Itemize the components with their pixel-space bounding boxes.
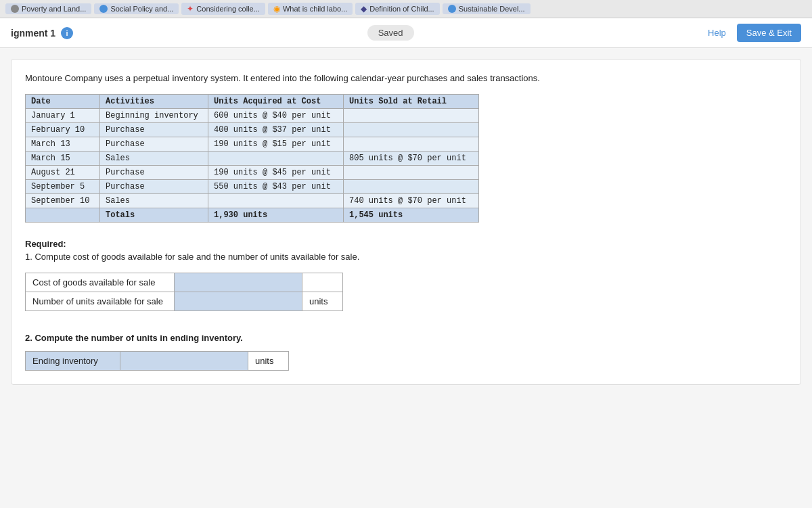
table-row: September 10Sales740 units @ $70 per uni… [26, 194, 479, 208]
table-cell: August 21 [26, 166, 100, 180]
col-header-activities: Activities [100, 95, 208, 109]
q1-text: 1. Compute cost of goods available for s… [25, 252, 787, 262]
cost-label: Cost of goods available for sale [26, 273, 175, 292]
tab-icon-3: ✦ [187, 4, 194, 14]
table-cell: Sales [100, 152, 208, 166]
browser-tab-3[interactable]: ✦ Considering colle... [181, 3, 265, 15]
table-cell [26, 208, 100, 223]
header-left: ignment 1 i [11, 27, 73, 39]
table-cell: 190 units @ $15 per unit [208, 137, 344, 152]
browser-tab-4[interactable]: ◉ What is child labo... [268, 3, 353, 15]
saved-status: Saved [367, 28, 414, 38]
tab-icon-5: ◆ [361, 4, 367, 14]
saved-badge: Saved [367, 25, 414, 41]
ending-label: Ending inventory [26, 352, 120, 371]
col-header-units-acquired: Units Acquired at Cost [208, 95, 344, 109]
table-row: August 21Purchase190 units @ $45 per uni… [26, 166, 479, 180]
q2-text: 2. Compute the number of units in ending… [25, 333, 787, 343]
tab-icon-4: ◉ [273, 4, 280, 14]
table-cell: Totals [100, 208, 208, 223]
table-cell: September 10 [26, 194, 100, 208]
table-cell: 400 units @ $37 per unit [208, 123, 344, 137]
browser-tab-5[interactable]: ◆ Definition of Child... [355, 3, 439, 15]
table-cell [208, 194, 344, 208]
ending-input-cell[interactable] [120, 352, 248, 371]
table-cell: 1,930 units [208, 208, 344, 223]
table-cell: 805 units @ $70 per unit [344, 152, 479, 166]
table-cell: February 10 [26, 123, 100, 137]
table-cell: September 5 [26, 180, 100, 194]
col-header-units-sold: Units Sold at Retail [344, 95, 479, 109]
table-cell: Purchase [100, 123, 208, 137]
units-suffix: units [302, 292, 343, 311]
browser-tab-1[interactable]: Poverty and Land... [5, 3, 91, 14]
tab-label-3: Considering colle... [196, 5, 260, 13]
table-row: Number of units available for sale units [26, 292, 343, 311]
tab-label-1: Poverty and Land... [22, 5, 86, 13]
table-row: January 1Beginning inventory600 units @ … [26, 109, 479, 123]
table-cell: 1,545 units [344, 208, 479, 223]
table-cell: January 1 [26, 109, 100, 123]
header-bar: ignment 1 i Saved Help Save & Exit [0, 18, 812, 48]
save-exit-button[interactable]: Save & Exit [737, 24, 801, 42]
cost-input[interactable] [181, 277, 295, 287]
info-icon[interactable]: i [61, 27, 73, 39]
table-cell: 600 units @ $40 per unit [208, 109, 344, 123]
table-row: March 13Purchase190 units @ $15 per unit [26, 137, 479, 152]
table-cell: 550 units @ $43 per unit [208, 180, 344, 194]
main-content: Montoure Company uses a perpetual invent… [11, 59, 801, 385]
browser-tab-2[interactable]: Social Policy and... [94, 3, 179, 14]
table-cell [344, 109, 479, 123]
ending-suffix: units [248, 352, 289, 371]
assignment-title: ignment 1 [11, 28, 55, 39]
table-row: Ending inventory units [26, 352, 289, 371]
table-cell: Purchase [100, 180, 208, 194]
units-label: Number of units available for sale [26, 292, 175, 311]
ending-input[interactable] [127, 356, 241, 366]
units-input[interactable] [181, 296, 295, 306]
tab-label-5: Definition of Child... [369, 5, 434, 13]
table-cell: March 13 [26, 137, 100, 152]
table-cell: Purchase [100, 166, 208, 180]
units-input-cell[interactable] [175, 292, 302, 311]
tab-label-4: What is child labo... [283, 5, 347, 13]
required-section: Required: 1. Compute cost of goods avail… [25, 239, 787, 371]
table-cell [344, 123, 479, 137]
tab-label-6: Sustainable Devel... [459, 5, 525, 13]
table-row: September 5Purchase550 units @ $43 per u… [26, 180, 479, 194]
tab-icon-6 [448, 5, 456, 13]
table-row: Totals1,930 units1,545 units [26, 208, 479, 223]
table-cell: 190 units @ $45 per unit [208, 166, 344, 180]
table-cell [344, 137, 479, 152]
table-cell [344, 166, 479, 180]
browser-tab-6[interactable]: Sustainable Devel... [443, 3, 531, 14]
table-row: February 10Purchase400 units @ $37 per u… [26, 123, 479, 137]
table-row: Cost of goods available for sale [26, 273, 343, 292]
tab-label-2: Social Policy and... [110, 5, 173, 13]
table-cell: 740 units @ $70 per unit [344, 194, 479, 208]
tab-icon-1 [11, 5, 19, 13]
help-link[interactable]: Help [708, 28, 726, 38]
col-header-date: Date [26, 95, 100, 109]
transactions-table: Date Activities Units Acquired at Cost U… [25, 94, 479, 223]
ending-table: Ending inventory units [25, 351, 289, 371]
table-cell [208, 152, 344, 166]
cost-input-cell[interactable] [175, 273, 302, 292]
tab-bar: Poverty and Land... Social Policy and...… [0, 0, 812, 18]
table-cell: Sales [100, 194, 208, 208]
header-right: Help Save & Exit [708, 24, 801, 42]
table-cell: Beginning inventory [100, 109, 208, 123]
answer-table: Cost of goods available for sale Number … [25, 273, 343, 311]
intro-text: Montoure Company uses a perpetual invent… [25, 73, 787, 83]
table-cell: March 15 [26, 152, 100, 166]
table-row: March 15Sales805 units @ $70 per unit [26, 152, 479, 166]
tab-icon-2 [99, 5, 108, 13]
table-cell [344, 180, 479, 194]
required-label: Required: [25, 239, 787, 249]
cost-suffix [302, 273, 343, 292]
table-cell: Purchase [100, 137, 208, 152]
